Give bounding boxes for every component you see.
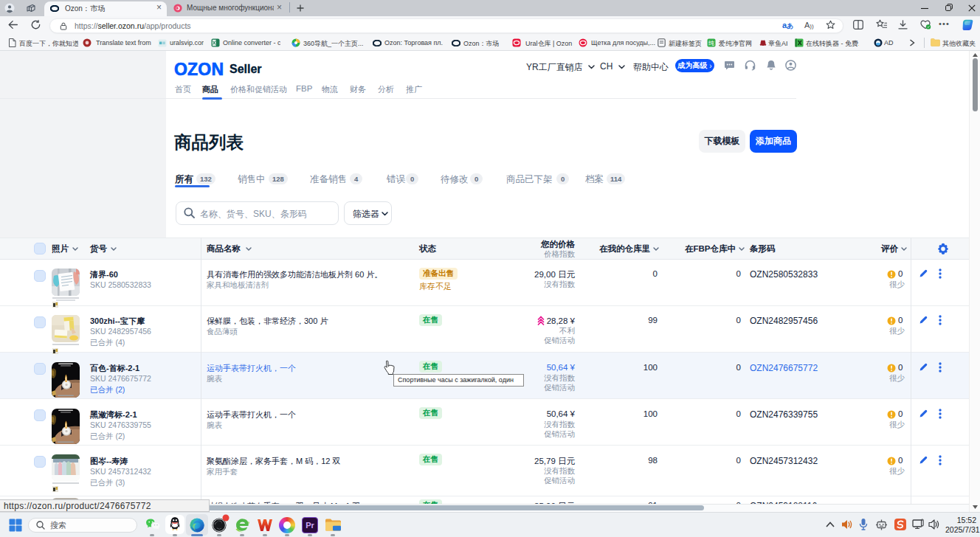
svg-text:纯: 纯 (708, 40, 714, 46)
